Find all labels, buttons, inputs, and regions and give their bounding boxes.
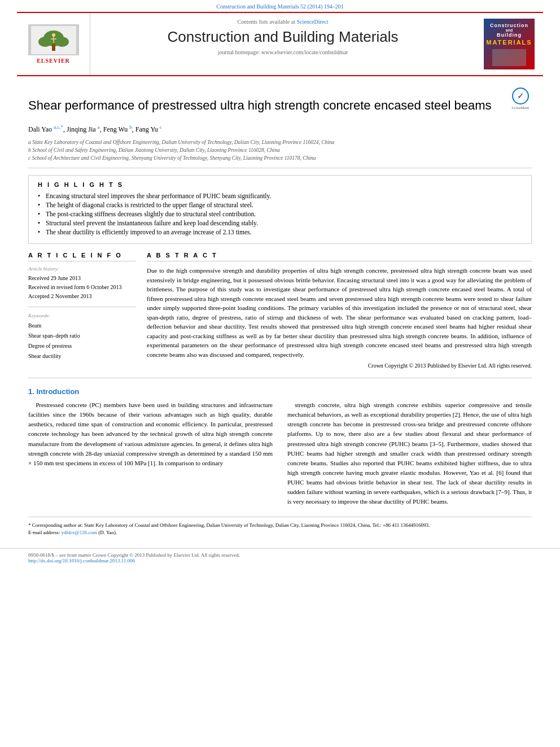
highlights-section: H I G H L I G H T S Encasing structural … [28, 175, 532, 244]
article-info-column: A R T I C L E I N F O Article history: R… [28, 252, 135, 369]
article-history-label: Article history: [28, 266, 135, 272]
abstract-text: Due to the high compressive strength and… [147, 266, 532, 359]
svg-point-5 [52, 33, 55, 37]
divider-2 [28, 378, 532, 378]
keyword-item: Shear span–depth ratio [28, 331, 135, 341]
intro-para-1: Prestressed concrete (PC) members have b… [28, 400, 273, 468]
affiliations-block: a State Key Laboratory of Coastal and Of… [28, 138, 532, 163]
doi-line[interactable]: http://dx.doi.org/10.1016/j.conbuildmat.… [28, 558, 532, 563]
copyright-line: Crown Copyright © 2013 Published by Else… [147, 362, 532, 369]
abstract-heading: A B S T R A C T [147, 252, 532, 261]
journal-title: Construction and Building Materials [102, 28, 464, 46]
footnote-email: E-mail address: ydldce@126.com (D. Yao). [28, 529, 532, 537]
affiliation-b: b School of Civil and Safety Engineering… [28, 146, 532, 154]
email-link[interactable]: ydldce@126.com [61, 530, 97, 535]
page-content: Shear performance of prestressed ultra h… [0, 76, 560, 548]
intro-para-2: strength concrete, ultra high strength c… [287, 400, 532, 506]
elsevier-text: ELSEVIER [37, 58, 70, 64]
divider-1 [28, 168, 532, 168]
intro-two-col: Prestressed concrete (PC) members have b… [28, 400, 532, 510]
authors-line: Dali Yao a,c,*, Jinqing Jia a, Feng Wu b… [28, 124, 532, 134]
footnote-section: * Corresponding author at: State Key Lab… [28, 517, 532, 537]
crossmark-label: CrossMark [511, 106, 529, 110]
footnote-star: * Corresponding author at: State Key Lab… [28, 522, 532, 530]
issn-line: 0950-0618/$ – see front matter Crown Cop… [28, 552, 532, 558]
received-date: Received 29 June 2013 [28, 274, 135, 283]
elsevier-logo-img [28, 24, 79, 55]
keyword-item: Beam [28, 321, 135, 331]
journal-header-center: Contents lists available at ScienceDirec… [90, 13, 475, 75]
doi-link[interactable]: http://dx.doi.org/10.1016/j.conbuildmat.… [28, 558, 135, 563]
cover-image-placeholder [492, 49, 526, 66]
crossmark-badge[interactable]: ✓ CrossMark [509, 88, 532, 110]
highlight-item: The post-cracking stiffness decreases sl… [38, 211, 522, 217]
highlights-list: Encasing structural steel improves the s… [38, 193, 522, 235]
email-suffix: (D. Yao). [98, 530, 117, 535]
sciencedirect-link[interactable]: Contents lists available at ScienceDirec… [102, 19, 464, 25]
article-title: Shear performance of prestressed ultra h… [28, 98, 504, 114]
authors-text: Dali Yao a,c,*, Jinqing Jia a, Feng Wu b… [28, 125, 162, 133]
intro-col-right: strength concrete, ultra high strength c… [287, 400, 532, 510]
journal-cover-section: Construction and Building MATERIALS [475, 13, 543, 75]
highlight-item: The shear ductility is efficiently impro… [38, 229, 522, 235]
revised-date: Received in revised form 6 October 2013 [28, 283, 135, 292]
intro-col-left: Prestressed concrete (PC) members have b… [28, 400, 273, 510]
email-label: E-mail address: [28, 530, 60, 535]
highlight-item: Structural steel prevent the instantaneo… [38, 220, 522, 226]
article-dates: Received 29 June 2013 Received in revise… [28, 274, 135, 301]
journal-ref-bar: Construction and Building Materials 52 (… [0, 0, 560, 12]
journal-ref: Construction and Building Materials 52 (… [216, 3, 344, 10]
intro-heading: 1. Introduction [28, 387, 532, 396]
svg-point-3 [55, 37, 69, 47]
journal-homepage: journal homepage: www.elsevier.com/locat… [102, 49, 464, 55]
highlight-item: The height of diagonal cracks is restric… [38, 202, 522, 208]
intro-section: 1. Introduction Prestressed concrete (PC… [28, 387, 532, 510]
affiliation-c: c School of Architecture and Civil Engin… [28, 154, 532, 162]
divider-info [28, 307, 135, 307]
keyword-item: Shear ductility [28, 351, 135, 361]
keyword-item: Degree of prestress [28, 341, 135, 351]
svg-rect-4 [52, 44, 55, 51]
highlight-item: Encasing structural steel improves the s… [38, 193, 522, 199]
elsevier-logo-section: ELSEVIER [17, 13, 90, 75]
keywords-label: Keywords: [28, 313, 135, 318]
bottom-bar: 0950-0618/$ – see front matter Crown Cop… [0, 548, 560, 567]
keywords-list: Beam Shear span–depth ratio Degree of pr… [28, 321, 135, 361]
affiliation-a: a State Key Laboratory of Coastal and Of… [28, 138, 532, 146]
accepted-date: Accepted 2 November 2013 [28, 292, 135, 301]
highlights-heading: H I G H L I G H T S [38, 181, 522, 188]
info-abstract-columns: A R T I C L E I N F O Article history: R… [28, 252, 532, 369]
abstract-column: A B S T R A C T Due to the high compress… [147, 252, 532, 369]
elsevier-logo: ELSEVIER [28, 24, 79, 64]
journal-header: ELSEVIER Contents lists available at Sci… [17, 12, 543, 76]
journal-cover-image: Construction and Building MATERIALS [484, 19, 535, 69]
crossmark-icon: ✓ [512, 88, 529, 104]
sciencedirect-anchor[interactable]: ScienceDirect [296, 19, 328, 25]
article-info-heading: A R T I C L E I N F O [28, 252, 135, 261]
svg-point-2 [38, 37, 52, 47]
